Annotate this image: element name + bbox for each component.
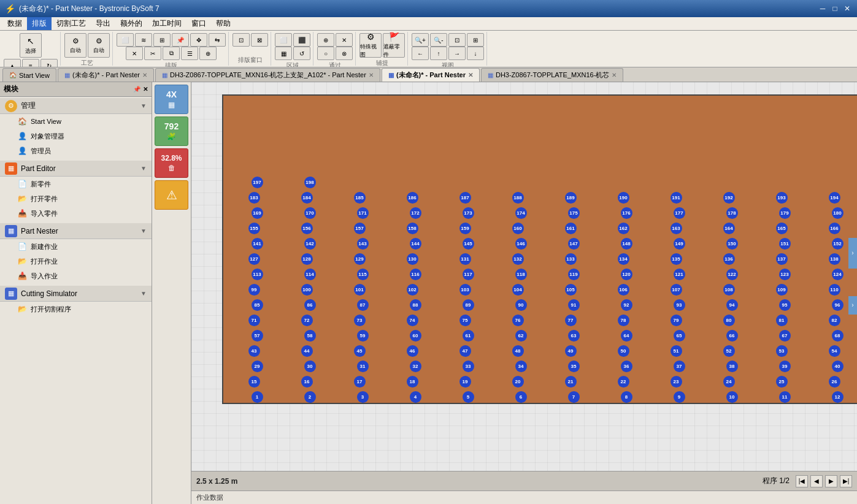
part-item[interactable]: ✕163 [651, 221, 701, 235]
same-parts-btn[interactable]: ≡ [22, 59, 39, 67]
part-item[interactable]: ✕150 [707, 237, 756, 251]
tab-dh3-2[interactable]: ▦ DH3-Z0867-TOPPLATE_MXN16-机芯 ✕ [481, 68, 623, 82]
fill-zone-btn[interactable]: ▦ [275, 47, 292, 60]
part-item[interactable]: ✕92 [602, 298, 651, 312]
through-btn1[interactable]: ⊕ [317, 33, 334, 47]
part-item[interactable]: ✕108 [704, 283, 753, 297]
part-item[interactable]: ✕60 [391, 329, 440, 343]
part-item[interactable]: ✕146 [496, 237, 545, 251]
scroll-right-btn[interactable]: › [848, 238, 857, 269]
part-item[interactable]: ✕90 [496, 298, 545, 312]
part-item[interactable]: ✕22 [599, 375, 648, 389]
reset-zone-btn[interactable]: ↺ [293, 47, 310, 60]
part-item[interactable]: ✕49 [546, 344, 595, 358]
part-item[interactable]: ✕54 [810, 344, 857, 358]
tab-dh3-2-close[interactable]: ✕ [612, 72, 617, 78]
part-item[interactable]: ✕155 [229, 221, 279, 235]
through-btn3[interactable]: ○ [317, 47, 334, 60]
zoom-all-btn[interactable]: ⊞ [467, 33, 484, 47]
minimize-btn[interactable]: ─ [818, 4, 828, 13]
pan-up-btn[interactable]: ↑ [430, 47, 447, 60]
part-item[interactable]: ✕118 [496, 267, 545, 281]
cut-part-btn[interactable]: ✂ [144, 47, 161, 60]
sidebar-item-new-job[interactable]: 📄 新建作业 [0, 239, 152, 254]
part-item[interactable]: ✕61 [444, 329, 493, 343]
part-item[interactable]: ✕122 [707, 267, 756, 281]
part-item[interactable]: ✕158 [388, 221, 437, 235]
part-item[interactable]: ✕65 [655, 329, 704, 343]
part-item[interactable]: ✕127 [229, 252, 279, 266]
tab-unnamed2-close[interactable]: ✕ [468, 72, 473, 78]
part-item[interactable]: ✕132 [493, 252, 542, 266]
menu-item-time[interactable]: 加工时间 [147, 17, 186, 30]
menu-item-help[interactable]: 帮助 [211, 17, 236, 30]
part-item[interactable]: ✕87 [338, 298, 387, 312]
part-item[interactable]: ✕50 [599, 344, 648, 358]
part-item[interactable]: ✕102 [388, 283, 437, 297]
sidebar-item-import-part[interactable]: 📥 导入零件 [0, 206, 152, 221]
sidebar-section-part-editor-header[interactable]: ▦ Part Editor ▼ [0, 161, 152, 177]
hide-parts-btn[interactable]: 🚩 遮蔽零件 [383, 33, 405, 58]
part-item[interactable]: ✕186 [388, 191, 437, 205]
part-item[interactable]: ✕88 [391, 298, 440, 312]
close-btn[interactable]: ✕ [842, 4, 852, 13]
part-item[interactable]: ✕120 [602, 267, 651, 281]
part-item[interactable]: ✕144 [391, 237, 440, 251]
part-item[interactable]: ✕198 [285, 175, 334, 189]
part-item[interactable]: ✕159 [440, 221, 490, 235]
part-item[interactable]: ✕180 [813, 206, 857, 220]
zoom-fit-btn[interactable]: ⊡ [448, 33, 466, 47]
sidebar-item-new-part[interactable]: 📄 新零件 [0, 177, 152, 191]
part-item[interactable]: ✕74 [388, 313, 437, 327]
part-item[interactable]: ✕40 [813, 359, 857, 373]
part-item[interactable]: ✕107 [651, 283, 701, 297]
part-item[interactable]: ✕36 [602, 359, 651, 373]
part-item[interactable]: ✕130 [388, 252, 437, 266]
part-item[interactable]: ✕64 [602, 329, 651, 343]
sidebar-pin-btn[interactable]: 📌 [133, 86, 140, 93]
menu-item-cutting[interactable]: 切割工艺 [52, 17, 91, 30]
part-item[interactable]: ✕81 [757, 313, 806, 327]
pan-left-btn[interactable]: ← [412, 47, 429, 60]
menu-item-layout[interactable]: 排版 [27, 17, 52, 30]
part-item[interactable]: ✕43 [229, 344, 279, 358]
part-item[interactable]: ✕192 [704, 191, 753, 205]
part-item[interactable]: ✕15 [229, 375, 279, 389]
part-item[interactable]: ✕1 [233, 390, 282, 404]
part-item[interactable]: ✕113 [233, 267, 282, 281]
part-item[interactable]: ✕183 [229, 191, 279, 205]
part-item[interactable]: ✕165 [757, 221, 806, 235]
menu-item-window[interactable]: 窗口 [186, 17, 211, 30]
part-item[interactable]: ✕129 [335, 252, 384, 266]
place-part-btn[interactable]: 📌 [172, 33, 189, 47]
part-item[interactable]: ✕72 [282, 313, 331, 327]
pan-down-btn[interactable]: ↓ [467, 47, 484, 60]
transform-btn[interactable]: ↻ [40, 59, 58, 67]
part-item[interactable]: ✕58 [285, 329, 334, 343]
part-item[interactable]: ✕77 [546, 313, 595, 327]
part-item[interactable]: ✕197 [233, 175, 282, 189]
part-item[interactable]: ✕30 [285, 359, 334, 373]
part-item[interactable]: ✕48 [493, 344, 542, 358]
part-item[interactable]: ✕189 [546, 191, 595, 205]
part-item[interactable]: ✕191 [651, 191, 701, 205]
part-item[interactable]: ✕24 [704, 375, 753, 389]
copy-part-btn[interactable]: ⧉ [163, 47, 180, 60]
part-item[interactable]: ✕171 [338, 206, 387, 220]
part-item[interactable]: ✕103 [440, 283, 490, 297]
part-item[interactable]: ✕23 [651, 375, 701, 389]
part-item[interactable]: ✕86 [285, 298, 334, 312]
menu-item-export[interactable]: 导出 [91, 17, 115, 30]
part-item[interactable]: ✕4 [391, 390, 440, 404]
part-item[interactable]: ✕6 [496, 390, 545, 404]
part-item[interactable]: ✕188 [493, 191, 542, 205]
through-btn4[interactable]: ⊗ [336, 47, 353, 60]
part-item[interactable]: ✕79 [651, 313, 701, 327]
part-item[interactable]: ✕123 [760, 267, 809, 281]
part-item[interactable]: ✕3 [338, 390, 387, 404]
part-item[interactable]: ✕34 [496, 359, 545, 373]
part-item[interactable]: ✕11 [760, 390, 809, 404]
nav-last-btn[interactable]: ▶| [840, 475, 852, 487]
raise-btn[interactable]: ▲ [4, 59, 21, 67]
part-item[interactable]: ✕117 [444, 267, 493, 281]
